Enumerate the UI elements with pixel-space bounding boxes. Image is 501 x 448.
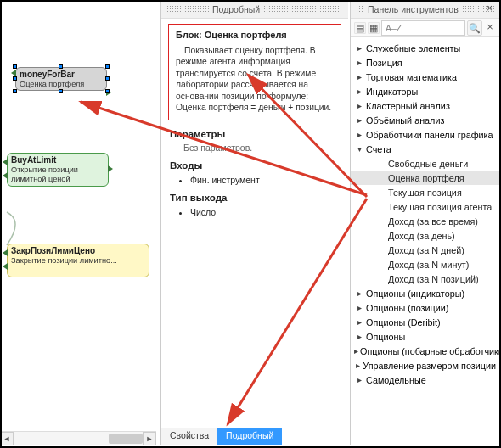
tree-leaf[interactable]: Доход (за N дней) (351, 243, 499, 257)
tree-item-label: Опционы (индикаторы) (366, 288, 464, 299)
tree-leaf[interactable]: Доход (за день) (351, 228, 499, 243)
pin-in-icon[interactable] (3, 159, 8, 165)
tree-item-label: Свободные деньги (388, 159, 468, 169)
selection-handle[interactable] (105, 76, 110, 81)
node-title: ЗакрПозиЛимиЦено (11, 246, 145, 256)
chevron-down-icon[interactable]: ▾ (354, 144, 364, 154)
node-moneyforbar[interactable]: moneyForBar Оценка портфеля (15, 67, 107, 91)
tree-item-label: Служебные элементы (366, 43, 460, 53)
scroll-left-button[interactable]: ◄ (0, 432, 14, 445)
tree-category[interactable]: ▸Служебные элементы (351, 41, 499, 55)
pin-in-icon[interactable] (11, 70, 16, 76)
tree-category[interactable]: ▸Опционы (побарные обработчики) (351, 344, 499, 358)
tree-item-label: Доход (за N дней) (388, 245, 464, 255)
selection-handle[interactable] (105, 64, 110, 69)
tree-category[interactable]: ▸Индикаторы (351, 84, 499, 98)
tree-item-label: Опционы (Deribit) (366, 317, 441, 328)
selection-handle[interactable] (13, 64, 17, 69)
tree-item-label: Текущая позиция агента (388, 202, 492, 212)
tree-leaf[interactable]: Свободные деньги (351, 156, 499, 171)
chevron-right-icon[interactable]: ▸ (354, 332, 364, 341)
pin-in-icon[interactable] (3, 249, 8, 256)
pin-in-icon[interactable] (3, 172, 8, 179)
tree-category[interactable]: ▸Объёмный анализ (351, 113, 499, 127)
chevron-right-icon[interactable]: ▸ (354, 288, 364, 298)
tree-category[interactable]: ▸Управление размером позиции (351, 358, 499, 372)
selection-handle[interactable] (59, 64, 63, 69)
tree-item-label: Доход (за все время) (388, 216, 478, 227)
node-subtitle: Оценка портфеля (20, 80, 103, 89)
toolbox-tree[interactable]: ▸Служебные элементы▸Позиция▸Торговая мат… (351, 37, 499, 445)
tree-category[interactable]: ▾Счета (351, 142, 499, 156)
section-title-outtype: Тип выхода (170, 193, 341, 203)
toolbox-toolbar: ▤ ▦ A–Z 🔍 × (351, 19, 499, 37)
tree-item-label: Доход (за день) (388, 231, 455, 241)
grip-icon[interactable] (166, 5, 209, 13)
chevron-right-icon[interactable]: ▸ (354, 101, 364, 110)
chevron-right-icon[interactable]: ▸ (354, 43, 364, 53)
section-title-inputs: Входы (170, 160, 341, 171)
chevron-right-icon[interactable]: ▸ (354, 317, 364, 327)
tree-item-label: Опционы (позиции) (366, 303, 448, 313)
tree-category[interactable]: ▸Торговая математика (351, 70, 499, 84)
tab-properties[interactable]: Свойства (161, 428, 217, 445)
chevron-right-icon[interactable]: ▸ (354, 375, 364, 384)
chevron-right-icon[interactable]: ▸ (354, 72, 364, 81)
tree-item-label: Управление размером позиции (363, 361, 496, 371)
canvas-horizontal-scrollbar[interactable]: ◄ ► (0, 431, 156, 445)
pin-in-icon[interactable] (3, 263, 8, 270)
scrollbar-thumb[interactable] (109, 434, 143, 444)
tree-leaf[interactable]: Текущая позиция агента (351, 199, 499, 214)
chevron-right-icon[interactable]: ▸ (354, 361, 361, 370)
panel-title: Подробный (212, 0, 260, 19)
chevron-right-icon[interactable]: ▸ (354, 58, 364, 67)
section-title-params: Параметры (170, 129, 341, 139)
collapse-all-button[interactable]: ▦ (368, 22, 380, 34)
tree-category[interactable]: ▸Опционы (позиции) (351, 300, 499, 315)
grip-icon[interactable] (263, 5, 343, 13)
tree-leaf[interactable]: Текущая позиция (351, 185, 499, 199)
chevron-right-icon[interactable]: ▸ (354, 346, 358, 356)
chevron-right-icon[interactable]: ▸ (354, 87, 364, 96)
selection-handle[interactable] (59, 89, 63, 93)
node-title: BuyAtLimit (11, 155, 104, 165)
tree-leaf[interactable]: Доход (за N минут) (351, 257, 499, 272)
selection-handle[interactable] (105, 89, 110, 93)
chevron-right-icon[interactable]: ▸ (354, 303, 364, 312)
list-item: Фин. инструмент (190, 175, 341, 185)
selection-handle[interactable] (13, 76, 17, 81)
tree-leaf[interactable]: Доход (за все время) (351, 214, 499, 228)
help-body: Показывает оценку портфеля. В режиме аге… (176, 45, 334, 113)
tree-category[interactable]: ▸Кластерный анализ (351, 98, 499, 113)
toolbox-search-input[interactable]: A–Z (381, 20, 465, 36)
toolbox-panel-header[interactable]: Панель инструментов × (351, 0, 499, 19)
tree-category[interactable]: ▸Позиция (351, 55, 499, 70)
chevron-right-icon[interactable]: ▸ (354, 130, 364, 139)
expand-all-button[interactable]: ▤ (354, 22, 366, 34)
pin-out-icon[interactable] (108, 165, 113, 172)
grip-icon[interactable] (356, 5, 364, 13)
tree-leaf[interactable]: Оценка портфеля (351, 171, 499, 185)
tree-category[interactable]: ▸Опционы (Deribit) (351, 315, 499, 329)
tree-item-label: Доход (за N минут) (388, 260, 469, 270)
tree-category[interactable]: ▸Самодельные (351, 372, 499, 387)
tab-detailed[interactable]: Подробный (217, 428, 282, 445)
node-subtitle: Открытие позиции лимитной ценой (11, 165, 104, 184)
panel-close-button[interactable]: × (483, 3, 496, 15)
tree-category[interactable]: ▸Опционы (индикаторы) (351, 286, 499, 300)
scroll-right-button[interactable]: ► (143, 432, 156, 445)
details-panel-header[interactable]: Подробный (161, 0, 348, 19)
outtype-list: Число (190, 207, 341, 217)
tree-leaf[interactable]: Доход (за N позиций) (351, 272, 499, 286)
help-heading: Блок: Оценка портфеля (176, 30, 334, 40)
search-clear-button[interactable]: × (484, 20, 496, 36)
tree-category[interactable]: ▸Опционы (351, 329, 499, 344)
node-buyatlimit[interactable]: BuyAtLimit Открытие позиции лимитной цен… (7, 153, 109, 187)
tree-category[interactable]: ▸Обработчики панели графика (351, 127, 499, 142)
search-button[interactable]: 🔍 (467, 20, 482, 36)
node-closelimit[interactable]: ЗакрПозиЛимиЦено Закрытие позиции лимитн… (7, 244, 149, 277)
selection-handle[interactable] (13, 89, 17, 93)
panel-title: Панель инструментов (368, 0, 459, 19)
diagram-canvas[interactable]: moneyForBar Оценка портфеля BuyAtLimit О… (0, 0, 156, 445)
chevron-right-icon[interactable]: ▸ (354, 115, 364, 125)
